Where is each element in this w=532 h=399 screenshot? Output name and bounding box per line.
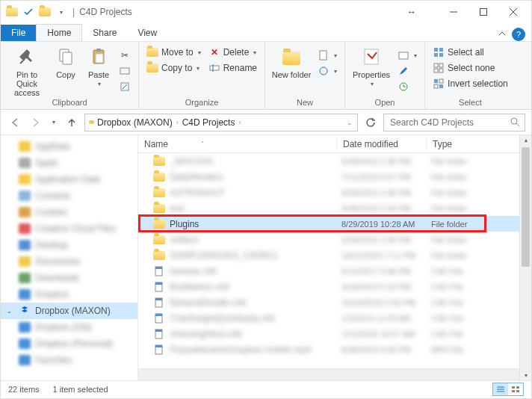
qat-folder-icon[interactable]: [38, 5, 52, 19]
tab-file[interactable]: File: [1, 25, 36, 41]
file-row[interactable]: softbox5/28/2015 2:36 PMFile folder: [138, 232, 519, 247]
nav-item-label: Dropbox (Old): [35, 322, 91, 332]
paste-shortcut-button[interactable]: [117, 79, 132, 94]
file-type: C4D File: [431, 298, 491, 307]
file-row[interactable]: SAMPLEMOVES_C4DR2110/22/2019 7:11 PMFile…: [138, 247, 519, 263]
navigation-pane[interactable]: AppDataAppleApplication DataContactsCook…: [1, 135, 138, 380]
rename-icon: [208, 62, 220, 74]
file-name: test: [170, 203, 341, 214]
nav-item-icon: [19, 354, 31, 366]
maximize-button[interactable]: [468, 1, 498, 22]
scroll-thumb[interactable]: [522, 147, 530, 267]
back-button[interactable]: [7, 114, 23, 131]
column-type[interactable]: Type: [427, 139, 486, 149]
file-date: 1/3/2019 12:29 AM: [341, 314, 431, 323]
ribbon-collapse-icon[interactable]: [495, 28, 509, 41]
address-bar[interactable]: « Dropbox (MAXON) › C4D Projects › ⌄: [84, 114, 358, 132]
nav-item[interactable]: Dropbox (Personal): [1, 335, 137, 352]
tab-home[interactable]: Home: [36, 24, 82, 41]
vertical-scrollbar[interactable]: ▴ ▾: [519, 135, 531, 380]
nav-item[interactable]: Downloads: [1, 270, 137, 286]
help-button[interactable]: ?: [512, 28, 525, 41]
nav-item[interactable]: Dropbox (Old): [1, 319, 137, 335]
file-row[interactable]: test9/30/2018 2:58 PMFile folder: [138, 200, 519, 216]
history-button[interactable]: [396, 79, 418, 94]
easy-access-button[interactable]: ▾: [316, 64, 338, 78]
nav-item[interactable]: Cookies: [1, 204, 137, 220]
nav-item[interactable]: Desktop: [1, 237, 137, 253]
rename-button[interactable]: Rename: [207, 61, 259, 75]
tab-view[interactable]: View: [127, 25, 167, 41]
checkmark-icon[interactable]: [22, 5, 35, 19]
nav-item[interactable]: Application Data: [1, 171, 137, 188]
file-row[interactable]: banana.c4d5/12/2017 5:46 PMC4D File: [138, 263, 519, 279]
paste-button[interactable]: Paste ▾: [84, 45, 113, 87]
breadcrumb-seg-1[interactable]: Dropbox (MAXON): [95, 117, 175, 128]
edit-button[interactable]: [396, 64, 418, 78]
search-input[interactable]: [389, 117, 510, 129]
pin-to-quick-access-button[interactable]: Pin to Quick access: [7, 45, 47, 97]
nav-item-selected[interactable]: ⌄Dropbox (MAXON): [1, 303, 137, 319]
cut-button[interactable]: ✂: [117, 48, 132, 63]
nav-item-icon: [19, 338, 31, 350]
chevron-right-icon[interactable]: ›: [175, 119, 180, 126]
nav-item[interactable]: Favorites: [1, 352, 137, 368]
file-row[interactable]: ASTRONAUT5/28/2015 2:36 PMFile folder: [138, 185, 519, 200]
nav-item[interactable]: Creative Cloud Files: [1, 220, 137, 237]
nav-item[interactable]: Contacts: [1, 188, 137, 204]
file-row[interactable]: Bubbletest.c4d4/10/2013 5:16 PMC4D File: [138, 279, 519, 294]
delete-button[interactable]: ✕ Delete▾: [207, 45, 259, 60]
breadcrumb-seg-2[interactable]: C4D Projects: [180, 117, 238, 128]
copy-button[interactable]: Copy: [52, 45, 80, 79]
recent-locations-button[interactable]: ▾: [49, 114, 59, 131]
file-row[interactable]: BananaDoodle.c4d10/10/2018 2:56 PMC4D Fi…: [138, 294, 519, 310]
file-row[interactable]: cheeseightest.c4d1/12/2019 10:57 AMC4D F…: [138, 326, 519, 341]
expand-icon[interactable]: ⌄: [7, 308, 12, 315]
column-date[interactable]: Date modified: [337, 139, 427, 149]
address-dropdown-icon[interactable]: ⌄: [345, 119, 354, 126]
new-folder-button[interactable]: New folder: [271, 45, 312, 79]
refresh-button[interactable]: [362, 114, 379, 131]
select-all-button[interactable]: Select all: [431, 45, 510, 60]
nav-item[interactable]: Dropbox: [1, 286, 137, 303]
details-view-button[interactable]: [493, 383, 508, 395]
column-name[interactable]: Name˄: [138, 139, 337, 149]
forward-button[interactable]: [28, 114, 44, 131]
svg-rect-1: [480, 9, 487, 16]
tab-share[interactable]: Share: [82, 25, 127, 41]
resize-handle-icon[interactable]: ↔: [407, 7, 416, 17]
nav-item[interactable]: AppData: [1, 138, 137, 155]
nav-item-label: Cookies: [35, 207, 67, 217]
dropbox-icon: [19, 305, 31, 317]
horizontal-scrollbar[interactable]: [138, 368, 519, 380]
scroll-down-icon[interactable]: ▾: [520, 372, 531, 379]
minimize-button[interactable]: [439, 1, 468, 22]
qat-dropdown-icon[interactable]: ▾: [55, 5, 68, 19]
select-all-icon: [433, 46, 445, 58]
select-none-button[interactable]: Select none: [431, 61, 510, 75]
close-button[interactable]: [498, 1, 528, 22]
file-row[interactable]: PolysaltacameGraybox-mobile.mp48/30/2019…: [138, 341, 519, 357]
thumbnails-view-button[interactable]: [508, 383, 523, 395]
scroll-up-icon[interactable]: ▴: [520, 135, 531, 143]
open-button[interactable]: ▾: [396, 48, 418, 63]
nav-item[interactable]: Documents: [1, 253, 137, 270]
group-label-new: New: [297, 97, 313, 108]
new-item-button[interactable]: ▾: [316, 48, 338, 63]
up-button[interactable]: [64, 114, 80, 131]
copy-to-button[interactable]: Copy to▾: [145, 61, 202, 75]
nav-item-label: Favorites: [35, 355, 72, 365]
properties-button[interactable]: Properties ▾: [351, 45, 392, 87]
nav-item[interactable]: Apple: [1, 155, 137, 171]
invert-selection-button[interactable]: Invert selection: [431, 76, 510, 91]
copy-path-button[interactable]: [117, 64, 132, 78]
search-box[interactable]: [383, 114, 525, 132]
file-row[interactable]: DailyRenders7/11/2019 6:07 PMFile folder: [138, 169, 519, 185]
file-row[interactable]: _MACOSX5/28/2015 2:36 PMFile folder: [138, 153, 519, 169]
ribbon-group-open: Properties ▾ ▾ Open: [345, 42, 425, 109]
move-to-button[interactable]: Move to▾: [145, 45, 202, 60]
file-icon: [153, 312, 165, 324]
chevron-right-icon[interactable]: ›: [237, 119, 242, 126]
file-row[interactable]: ChartheightQuickbody.c4d1/3/2019 12:29 A…: [138, 310, 519, 326]
file-row[interactable]: Plugins8/29/2019 10:28 AMFile folder: [138, 216, 519, 232]
